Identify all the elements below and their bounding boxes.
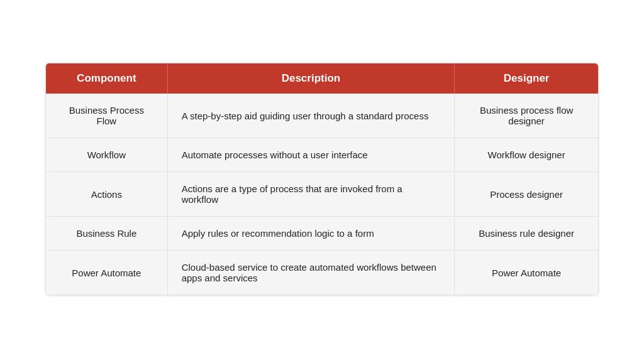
cell-component: Business Process Flow — [46, 94, 167, 138]
cell-description: Automate processes without a user interf… — [167, 138, 455, 172]
cell-component: Actions — [46, 172, 167, 217]
table-row: ActionsActions are a type of process tha… — [46, 172, 598, 217]
cell-designer: Business process flow designer — [455, 94, 598, 138]
header-designer: Designer — [455, 63, 598, 94]
table-row: WorkflowAutomate processes without a use… — [46, 138, 598, 172]
cell-component: Business Rule — [46, 217, 167, 251]
cell-description: Cloud-based service to create automated … — [167, 251, 455, 295]
cell-description: Apply rules or recommendation logic to a… — [167, 217, 455, 251]
cell-component: Power Automate — [46, 251, 167, 295]
components-table: Component Description Designer Business … — [46, 63, 598, 295]
table-row: Business RuleApply rules or recommendati… — [46, 217, 598, 251]
table-header: Component Description Designer — [46, 63, 598, 94]
cell-component: Workflow — [46, 138, 167, 172]
cell-designer: Power Automate — [455, 251, 598, 295]
table-body: Business Process FlowA step-by-step aid … — [46, 94, 598, 295]
header-component: Component — [46, 63, 167, 94]
main-table-wrapper: Component Description Designer Business … — [45, 63, 599, 295]
table-row: Power AutomateCloud-based service to cre… — [46, 251, 598, 295]
cell-designer: Business rule designer — [455, 217, 598, 251]
cell-description: Actions are a type of process that are i… — [167, 172, 455, 217]
header-description: Description — [167, 63, 455, 94]
header-row: Component Description Designer — [46, 63, 598, 94]
table-row: Business Process FlowA step-by-step aid … — [46, 94, 598, 138]
cell-designer: Process designer — [455, 172, 598, 217]
cell-description: A step-by-step aid guiding user through … — [167, 94, 455, 138]
cell-designer: Workflow designer — [455, 138, 598, 172]
